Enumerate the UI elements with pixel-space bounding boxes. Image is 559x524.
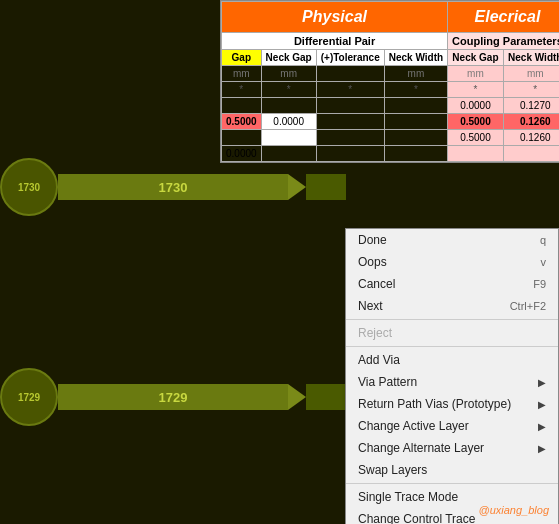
menu-label-next: Next <box>358 299 383 313</box>
cell-tolerance-3 <box>316 130 384 146</box>
menu-item-change-alternate-layer[interactable]: Change Alternate Layer ▶ <box>346 437 558 459</box>
menu-label-reject: Reject <box>358 326 392 340</box>
cell-e-neck-gap-1: 0.0000 <box>448 98 504 114</box>
menu-label-change-control-trace: Change Control Trace <box>358 512 475 524</box>
trace-tail-bottom <box>306 384 346 410</box>
arrow-change-active-layer: ▶ <box>538 421 546 432</box>
menu-shortcut-done: q <box>540 234 546 246</box>
separator-3 <box>346 483 558 484</box>
cell-neck-width-1 <box>384 98 447 114</box>
menu-item-via-pattern[interactable]: Via Pattern ▶ <box>346 371 558 393</box>
menu-item-done[interactable]: Done q <box>346 229 558 251</box>
header-electrical: Elecrical <box>448 2 559 33</box>
unit-tolerance <box>316 66 384 82</box>
trace-arrow-top <box>288 174 306 200</box>
menu-label-cancel: Cancel <box>358 277 395 291</box>
unit-e-neck-width: mm <box>503 66 559 82</box>
menu-label-oops: Oops <box>358 255 387 269</box>
cell-neck-width-0: * <box>384 82 447 98</box>
context-menu: Done q Oops v Cancel F9 Next Ctrl+F2 Rej… <box>345 228 559 524</box>
menu-item-reject: Reject <box>346 322 558 344</box>
cell-gap-0: * <box>222 82 262 98</box>
coupling-label: Coupling Parameters <box>448 33 559 50</box>
menu-shortcut-oops: v <box>541 256 547 268</box>
cell-e-neck-width-0: * <box>503 82 559 98</box>
menu-item-swap-layers[interactable]: Swap Layers <box>346 459 558 481</box>
separator-1 <box>346 319 558 320</box>
cell-gap-3 <box>222 130 262 146</box>
table-row: 0.5000 0.1260 <box>222 130 560 146</box>
cell-e-neck-gap-3: 0.5000 <box>448 130 504 146</box>
cell-gap-2: 0.5000 <box>222 114 262 130</box>
cell-neck-gap-3 <box>261 130 316 146</box>
menu-label-done: Done <box>358 233 387 247</box>
cell-neck-gap-1 <box>261 98 316 114</box>
menu-label-return-path-vias: Return Path Vias (Prototype) <box>358 397 511 411</box>
trace-line-top: 1730 <box>58 174 288 200</box>
constraint-table: Physical Elecrical Differential Pair Cou… <box>220 0 559 163</box>
col-e-neck-gap: Neck Gap <box>448 50 504 66</box>
menu-item-change-active-layer[interactable]: Change Active Layer ▶ <box>346 415 558 437</box>
menu-shortcut-cancel: F9 <box>533 278 546 290</box>
cell-neck-width-4 <box>384 146 447 162</box>
cell-neck-gap-0: * <box>261 82 316 98</box>
menu-item-cancel[interactable]: Cancel F9 <box>346 273 558 295</box>
table-row: 0.5000 0.0000 0.5000 0.1260 <box>222 114 560 130</box>
cell-e-neck-gap-0: * <box>448 82 504 98</box>
menu-item-next[interactable]: Next Ctrl+F2 <box>346 295 558 317</box>
trace-circle-top-left: 1730 <box>0 158 58 216</box>
cell-gap-4: 0.0000 <box>222 146 262 162</box>
unit-gap: mm <box>222 66 262 82</box>
trace-arrow-bottom <box>288 384 306 410</box>
cell-e-neck-gap-2: 0.5000 <box>448 114 504 130</box>
watermark: @uxiang_blog <box>479 504 550 516</box>
col-neck-gap: Neck Gap <box>261 50 316 66</box>
table-row: 0.0000 0.1270 <box>222 98 560 114</box>
cell-tolerance-0: * <box>316 82 384 98</box>
cell-gap-1 <box>222 98 262 114</box>
trace-row-top: 1730 1730 <box>0 158 346 216</box>
menu-item-oops[interactable]: Oops v <box>346 251 558 273</box>
diff-pair-label: Differential Pair <box>222 33 448 50</box>
cell-neck-gap-2: 0.0000 <box>261 114 316 130</box>
unit-neck-width-phys: mm <box>384 66 447 82</box>
cell-tolerance-1 <box>316 98 384 114</box>
unit-neck-gap: mm <box>261 66 316 82</box>
trace-tail-top <box>306 174 346 200</box>
trace-row-bottom: 1729 1729 <box>0 368 346 426</box>
cell-neck-gap-4 <box>261 146 316 162</box>
menu-label-change-active-layer: Change Active Layer <box>358 419 469 433</box>
col-gap: Gap <box>222 50 262 66</box>
cell-e-neck-width-4 <box>503 146 559 162</box>
menu-shortcut-next: Ctrl+F2 <box>510 300 546 312</box>
header-physical: Physical <box>222 2 448 33</box>
cell-tolerance-4 <box>316 146 384 162</box>
cell-e-neck-gap-4 <box>448 146 504 162</box>
menu-label-swap-layers: Swap Layers <box>358 463 427 477</box>
separator-2 <box>346 346 558 347</box>
menu-item-return-path-vias[interactable]: Return Path Vias (Prototype) ▶ <box>346 393 558 415</box>
col-neck-width-phys: Neck Width <box>384 50 447 66</box>
cell-neck-width-2 <box>384 114 447 130</box>
menu-label-via-pattern: Via Pattern <box>358 375 417 389</box>
arrow-return-path-vias: ▶ <box>538 399 546 410</box>
cell-e-neck-width-3: 0.1260 <box>503 130 559 146</box>
arrow-via-pattern: ▶ <box>538 377 546 388</box>
cell-neck-width-3 <box>384 130 447 146</box>
trace-circle-bottom-left: 1729 <box>0 368 58 426</box>
trace-line-bottom: 1729 <box>58 384 288 410</box>
col-tolerance: (+)Tolerance <box>316 50 384 66</box>
menu-label-change-alternate-layer: Change Alternate Layer <box>358 441 484 455</box>
col-e-neck-width: Neck Width <box>503 50 559 66</box>
arrow-change-alternate-layer: ▶ <box>538 443 546 454</box>
menu-label-add-via: Add Via <box>358 353 400 367</box>
cell-e-neck-width-1: 0.1270 <box>503 98 559 114</box>
menu-label-single-trace-mode: Single Trace Mode <box>358 490 458 504</box>
cell-e-neck-width-2: 0.1260 <box>503 114 559 130</box>
cell-tolerance-2 <box>316 114 384 130</box>
menu-item-add-via[interactable]: Add Via <box>346 349 558 371</box>
table-row: 0.0000 <box>222 146 560 162</box>
table-row: * * * * * * <box>222 82 560 98</box>
unit-e-neck-gap: mm <box>448 66 504 82</box>
